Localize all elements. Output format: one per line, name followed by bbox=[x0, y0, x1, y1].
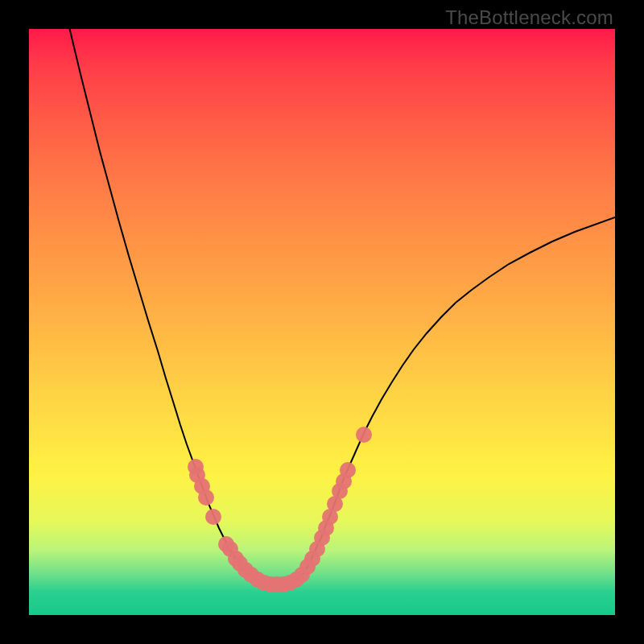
data-marker bbox=[198, 489, 214, 506]
data-marker bbox=[340, 462, 356, 478]
data-markers bbox=[188, 427, 372, 592]
chart-svg bbox=[0, 0, 644, 644]
data-marker bbox=[356, 427, 372, 443]
data-marker bbox=[205, 509, 221, 525]
outer-frame: TheBottleneck.com bbox=[0, 0, 644, 644]
